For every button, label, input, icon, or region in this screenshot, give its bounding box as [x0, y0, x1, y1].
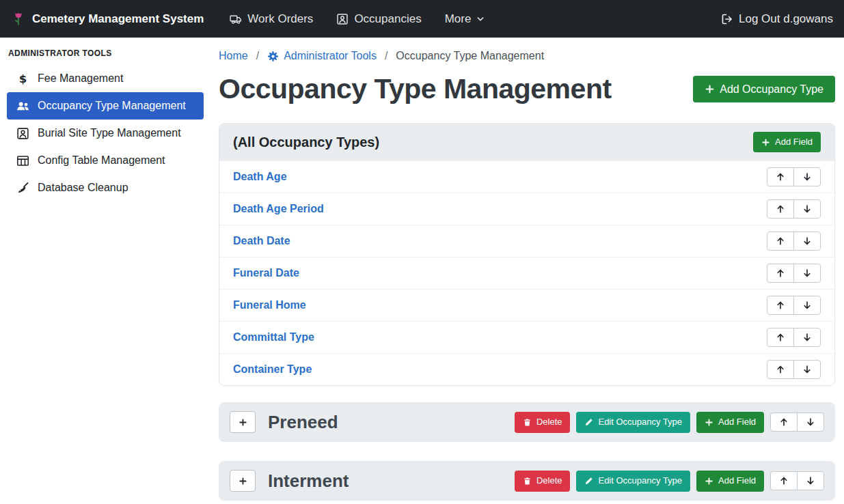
- broom-icon: [16, 182, 29, 195]
- delete-label: Delete: [536, 476, 562, 486]
- occupancy-type-title: Preneed: [268, 412, 338, 433]
- chevron-down-icon: [476, 15, 485, 23]
- field-link-funeral-date[interactable]: Funeral Date: [233, 267, 299, 279]
- move-down-button[interactable]: [797, 471, 824, 490]
- field-row: Container Type: [219, 353, 834, 385]
- add-field-label: Add Field: [775, 137, 813, 147]
- edit-occupancy-type-button[interactable]: Edit Occupancy Type: [576, 471, 690, 491]
- field-list: Death Age Death Age Period Death Date: [219, 160, 834, 385]
- move-down-button[interactable]: [793, 296, 821, 315]
- nav-more[interactable]: More: [445, 12, 485, 26]
- main-nav: Work Orders Occupancies More: [230, 12, 485, 26]
- arrow-up-icon: [776, 236, 785, 246]
- expand-button[interactable]: [230, 470, 256, 492]
- move-down-button[interactable]: [793, 360, 821, 379]
- reorder-buttons: [767, 360, 821, 379]
- delete-label: Delete: [536, 417, 562, 427]
- breadcrumb-administrator-tools-label: Administrator Tools: [284, 50, 377, 62]
- sidebar-item-label: Burial Site Type Management: [38, 127, 181, 139]
- move-down-button[interactable]: [793, 199, 821, 219]
- add-field-button[interactable]: Add Field: [753, 132, 821, 152]
- nav-work-orders[interactable]: Work Orders: [230, 12, 313, 26]
- edit-occupancy-type-label: Edit Occupancy Type: [598, 476, 682, 486]
- field-link-death-age[interactable]: Death Age: [233, 171, 287, 183]
- field-row: Death Age: [219, 160, 834, 193]
- reorder-buttons: [767, 328, 821, 347]
- arrow-down-icon: [802, 204, 812, 214]
- logout-icon: [721, 13, 733, 25]
- app-brand[interactable]: Cemetery Management System: [11, 12, 204, 27]
- sidebar-item-config-table-management[interactable]: Config Table Management: [0, 147, 210, 174]
- move-up-button[interactable]: [767, 167, 794, 186]
- plus-icon: [705, 477, 713, 486]
- all-occupancy-types-card: (All Occupancy Types) Add Field Death Ag…: [219, 123, 835, 386]
- arrow-down-icon: [806, 417, 815, 427]
- move-up-button[interactable]: [770, 412, 798, 432]
- sidebar-item-occupancy-type-management[interactable]: Occupancy Type Management: [7, 92, 204, 120]
- breadcrumb-home[interactable]: Home: [219, 50, 248, 62]
- plus-icon: [705, 84, 715, 94]
- breadcrumb-separator: /: [256, 50, 259, 62]
- sidebar-item-fee-management[interactable]: Fee Management: [0, 65, 210, 92]
- field-link-funeral-home[interactable]: Funeral Home: [233, 299, 306, 311]
- arrow-down-icon: [802, 333, 812, 342]
- add-field-button[interactable]: Add Field: [696, 471, 764, 491]
- reorder-buttons: [770, 412, 824, 432]
- delete-button[interactable]: Delete: [515, 471, 571, 491]
- nav-occupancies[interactable]: Occupancies: [336, 12, 421, 26]
- move-up-button[interactable]: [767, 296, 794, 315]
- plus-icon: [761, 138, 770, 147]
- move-up-button[interactable]: [767, 264, 794, 283]
- section-actions: Delete Edit Occupancy Type Add Field: [515, 471, 824, 491]
- field-row: Funeral Home: [219, 289, 834, 321]
- section-actions: Delete Edit Occupancy Type Add Field: [515, 412, 824, 432]
- flower-logo-icon: [11, 12, 26, 27]
- all-occupancy-types-header: (All Occupancy Types) Add Field: [219, 124, 834, 160]
- add-field-button[interactable]: Add Field: [696, 412, 764, 432]
- move-down-button[interactable]: [793, 264, 821, 283]
- arrow-down-icon: [802, 268, 812, 278]
- sidebar-item-label: Config Table Management: [38, 154, 165, 167]
- app-title: Cemetery Management System: [32, 12, 204, 26]
- move-up-button[interactable]: [770, 471, 798, 490]
- occupancy-type-title: Interment: [268, 471, 349, 492]
- logout-button[interactable]: Log Out d.gowans: [721, 12, 833, 26]
- nav-occupancies-label: Occupancies: [354, 12, 421, 26]
- occupancy-portrait-icon: [336, 13, 349, 25]
- expand-button[interactable]: [230, 411, 256, 433]
- trash-icon: [523, 477, 532, 486]
- arrow-up-icon: [776, 172, 785, 182]
- arrow-down-icon: [802, 172, 812, 182]
- reorder-buttons: [767, 264, 821, 283]
- move-down-button[interactable]: [793, 167, 821, 186]
- move-up-button[interactable]: [767, 360, 794, 379]
- reorder-buttons: [767, 232, 821, 251]
- move-down-button[interactable]: [797, 412, 824, 432]
- breadcrumb-administrator-tools[interactable]: Administrator Tools: [267, 50, 377, 62]
- breadcrumb-current: Occupancy Type Management: [396, 50, 544, 62]
- move-up-button[interactable]: [767, 232, 794, 251]
- field-link-container-type[interactable]: Container Type: [233, 363, 312, 376]
- arrow-down-icon: [802, 365, 812, 374]
- breadcrumb: Home / Administrator Tools / Occupancy T…: [219, 50, 835, 62]
- field-link-death-date[interactable]: Death Date: [233, 235, 290, 247]
- field-link-death-age-period[interactable]: Death Age Period: [233, 203, 324, 215]
- move-up-button[interactable]: [767, 328, 794, 347]
- delete-button[interactable]: Delete: [515, 412, 571, 432]
- move-down-button[interactable]: [793, 232, 821, 251]
- top-navbar: Cemetery Management System Work Orders O…: [0, 0, 844, 38]
- sidebar-item-database-cleanup[interactable]: Database Cleanup: [0, 174, 210, 201]
- field-row: Death Date: [219, 225, 834, 257]
- arrow-down-icon: [802, 236, 812, 246]
- field-link-committal-type[interactable]: Committal Type: [233, 331, 314, 344]
- sidebar-item-label: Fee Management: [38, 72, 123, 85]
- edit-occupancy-type-button[interactable]: Edit Occupancy Type: [576, 412, 690, 432]
- move-down-button[interactable]: [793, 328, 821, 347]
- gear-icon: [267, 51, 279, 62]
- page-header: Occupancy Type Management Add Occupancy …: [219, 73, 835, 105]
- sidebar-item-burial-site-type-management[interactable]: Burial Site Type Management: [0, 120, 210, 147]
- add-occupancy-type-button[interactable]: Add Occupancy Type: [693, 76, 835, 103]
- truck-icon: [230, 13, 242, 25]
- move-up-button[interactable]: [767, 199, 794, 219]
- logout-label: Log Out d.gowans: [739, 12, 833, 26]
